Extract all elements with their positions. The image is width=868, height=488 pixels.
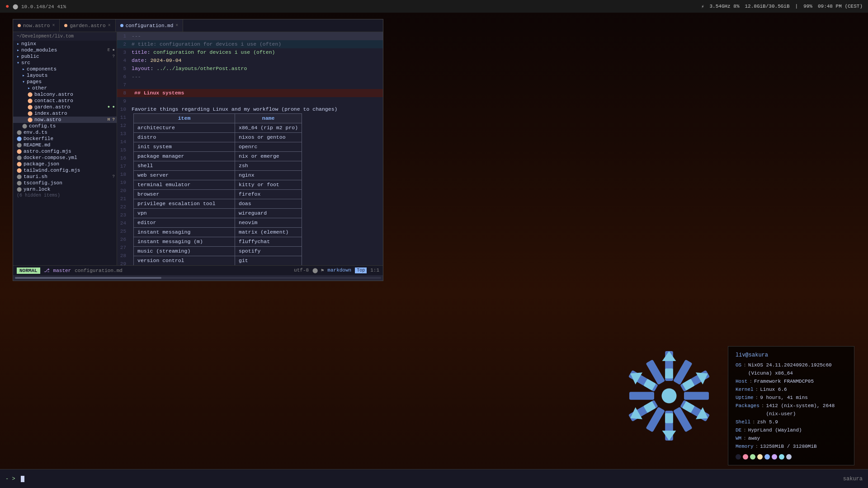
- scroll-area[interactable]: [13, 275, 383, 281]
- sysinfo-row-uptime: Uptime : 9 hours, 41 mins: [736, 394, 847, 402]
- list-item[interactable]: ⬤ index.astro: [13, 110, 117, 117]
- list-item-now-astro[interactable]: ⬤ now.astro H ?: [13, 117, 117, 123]
- line-number: 7: [117, 81, 130, 89]
- file-name: Dockerfile: [24, 136, 53, 141]
- git-icon: ⎇: [44, 267, 50, 273]
- bottom-terminal[interactable]: - > sakura: [0, 469, 868, 488]
- line-number: 9: [117, 97, 130, 105]
- tab-dot: [18, 24, 21, 27]
- sysinfo-key: Packages: [736, 402, 760, 418]
- line-number: 16: [117, 154, 130, 162]
- code-line: 14: [117, 138, 130, 146]
- tab-garden-astro[interactable]: garden.astro ×: [60, 19, 115, 32]
- list-item[interactable]: ⬤ contact.astro: [13, 98, 117, 104]
- list-item[interactable]: ⬤ tailwind.config.mjs: [13, 167, 117, 174]
- sysinfo-title: liv@sakura: [736, 352, 847, 358]
- config-table: item name architecturex86_64 (rip m2 pro…: [133, 113, 302, 265]
- hidden-items-label: (6 hidden items): [17, 193, 60, 198]
- list-item[interactable]: ⬤ garden.astro ● ●: [13, 104, 117, 110]
- code-line: 1 ---: [117, 32, 383, 40]
- battery-percent: 99%: [803, 4, 812, 9]
- list-item[interactable]: ▸ public ?: [13, 53, 117, 60]
- list-item[interactable]: ⬤ astro.config.mjs: [13, 148, 117, 155]
- list-item[interactable]: ⬤ README.md: [13, 142, 117, 148]
- tab-dot: [120, 24, 123, 27]
- tab-label: now.astro: [23, 23, 50, 28]
- close-icon[interactable]: ×: [108, 23, 111, 28]
- file-name: contact.astro: [34, 98, 73, 103]
- sysinfo-row-os: OS : NixOS 24.11.20240926.1925c60 (Vicun…: [736, 361, 847, 377]
- sysinfo-val: 9 hours, 41 mins: [760, 394, 808, 402]
- code-line: 5 layout: ../../layouts/otherPost.astro: [117, 65, 383, 73]
- encoding: utf-8: [294, 267, 309, 273]
- tab-configuration-md[interactable]: configuration.md ×: [116, 19, 184, 32]
- ram-usage: 12.8GiB/30.5GiB: [745, 4, 790, 9]
- sysinfo-text: liv@sakura OS : NixOS 24.11.20240926.192…: [728, 346, 854, 465]
- sysinfo-key: WM: [736, 434, 741, 442]
- file-badge: E ●: [108, 48, 117, 52]
- sysinfo-val: 13258MiB / 31280MiB: [760, 442, 816, 450]
- tab-label: configuration.md: [126, 23, 174, 28]
- code-area[interactable]: 1 --- 2 # title: configuration for devic…: [117, 32, 383, 265]
- list-item[interactable]: ⬤ tsconfig.json: [13, 180, 117, 186]
- list-item[interactable]: ▸ other: [13, 85, 117, 91]
- line-number: 17: [117, 162, 130, 170]
- file-name: README.md: [24, 142, 50, 148]
- table-row: version controlgit: [134, 256, 302, 266]
- code-line: 4 date: 2024-09-04: [117, 56, 383, 65]
- tab-now-astro[interactable]: now.astro ×: [13, 19, 60, 32]
- terminal-prompt: - >: [5, 476, 15, 482]
- line-number: 18: [117, 170, 130, 178]
- table-cell-name: doas: [235, 199, 302, 209]
- editor-window: now.astro × garden.astro × configuration…: [13, 19, 383, 281]
- line-number: 3: [117, 48, 130, 56]
- table-cell-item: privilege escalation tool: [134, 199, 235, 209]
- file-name: package.json: [24, 161, 59, 167]
- table-cell-item: music (streaming): [134, 247, 235, 256]
- file-name: components: [27, 66, 57, 72]
- line-number: 22: [117, 203, 130, 211]
- file-name: tauri.sh: [24, 174, 47, 179]
- list-item[interactable]: ⬤ yarn.lock: [13, 186, 117, 192]
- list-item[interactable]: ⬤ tauri.sh ?: [13, 174, 117, 180]
- list-item[interactable]: ▸ nginx: [13, 41, 117, 47]
- tab-dot: [64, 24, 67, 27]
- table-row: editorneovim: [134, 218, 302, 228]
- line-number: 25: [117, 227, 130, 235]
- file-name: index.astro: [34, 111, 67, 116]
- list-item[interactable]: ▾ src: [13, 60, 117, 66]
- line-number: 8: [117, 89, 130, 97]
- list-item[interactable]: ▸ components: [13, 66, 117, 72]
- list-item[interactable]: ⬤ env.d.ts: [13, 129, 117, 136]
- code-line: 21: [117, 195, 130, 203]
- list-item[interactable]: ⬤ config.ts: [13, 123, 117, 129]
- sysinfo-row-de: DE : HyprLand (Wayland): [736, 426, 847, 434]
- code-line: 8 ## Linux systems: [117, 89, 383, 97]
- list-item[interactable]: ⬤ balcony.astro: [13, 91, 117, 98]
- code-line: 18: [117, 170, 130, 178]
- code-line: 17: [117, 162, 130, 170]
- sysinfo-val: HyprLand (Wayland): [748, 426, 802, 434]
- list-item[interactable]: ⬤ Dockerfile: [13, 136, 117, 142]
- file-name: balcony.astro: [34, 92, 73, 97]
- line-number: 27: [117, 244, 130, 252]
- code-line: 24: [117, 219, 130, 227]
- list-item[interactable]: ▸ layouts: [13, 72, 117, 79]
- list-item[interactable]: ▸ node_modules E ●: [13, 47, 117, 53]
- list-item[interactable]: ▾ pages: [13, 79, 117, 85]
- file-name: nginx: [21, 41, 36, 47]
- file-tree[interactable]: ~/Development/liv.tom ▸ nginx ▸ node_mod…: [13, 32, 117, 265]
- table-row: instant messaging (m)fluffychat: [134, 237, 302, 247]
- line-number: 11: [117, 113, 130, 122]
- filetype: markdown: [327, 267, 351, 273]
- scroll-thumb[interactable]: [15, 277, 161, 279]
- color-dot: [772, 454, 777, 460]
- list-item[interactable]: ⬤ package.json: [13, 161, 117, 167]
- close-icon[interactable]: ×: [175, 23, 178, 28]
- scroll-track[interactable]: [15, 277, 381, 279]
- list-item[interactable]: ⬤ docker-compose.yml: [13, 155, 117, 161]
- file-tree-header: ~/Development/liv.tom: [13, 32, 117, 41]
- close-icon[interactable]: ×: [52, 23, 55, 28]
- table-header-name: name: [235, 114, 302, 123]
- sysinfo-key: Host: [736, 377, 747, 385]
